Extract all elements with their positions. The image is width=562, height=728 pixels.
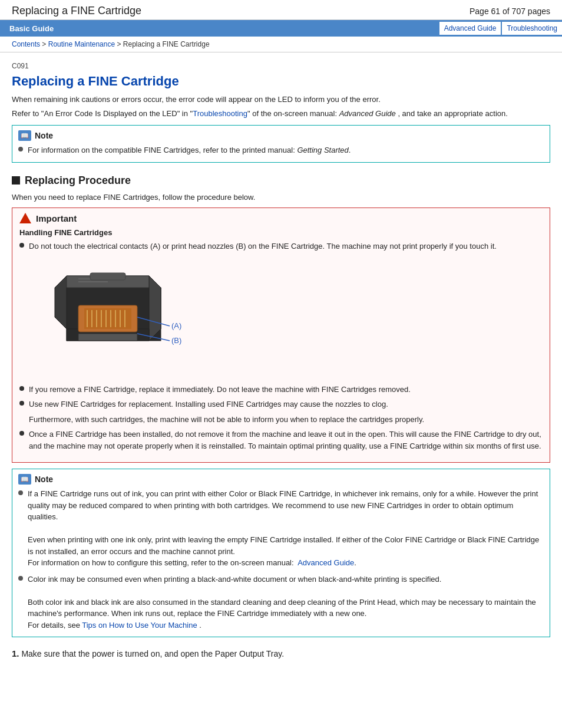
note-header-2: 📖 Note [18, 474, 544, 485]
section-heading-text: Replacing Procedure [25, 174, 131, 187]
intro-text: When remaining ink cautions or errors oc… [12, 94, 550, 106]
step-text-1: Make sure that the power is turned on, a… [21, 649, 284, 658]
note-label-2: Note [35, 475, 53, 484]
advanced-guide-link-1[interactable]: Advanced Guide [297, 558, 354, 567]
breadcrumb: Contents > Routine Maintenance > Replaci… [0, 37, 562, 52]
svg-text:(A): (A) [171, 321, 181, 330]
important-item-4: Once a FINE Cartridge has been installed… [19, 429, 543, 452]
refer-text: Refer to "An Error Code Is Displayed on … [12, 108, 550, 120]
important-text-1: Do not touch the electrical contacts (A)… [29, 241, 497, 252]
important-cont-1: Furthermore, with such cartridges, the m… [19, 414, 543, 426]
nav-links: Advanced Guide Troubleshooting [438, 20, 562, 37]
code-label: C091 [12, 62, 550, 70]
refer-text-2: " of the on-screen manual: [247, 109, 337, 118]
top-header: Replacing a FINE Cartridge Page 61 of 70… [0, 0, 562, 20]
note-icon-2: 📖 [18, 474, 31, 485]
breadcrumb-current: Replacing a FINE Cartridge [123, 40, 210, 48]
svg-rect-16 [78, 334, 137, 341]
step-1: 1. Make sure that the power is turned on… [12, 647, 550, 661]
note-box-1: 📖 Note For information on the compatible… [12, 125, 550, 163]
important-label: Important [36, 213, 77, 223]
note-getting-started: Getting Started [297, 146, 348, 154]
important-sub-heading: Handling FINE Cartridges [19, 228, 543, 237]
breadcrumb-contents[interactable]: Contents [12, 40, 40, 48]
bullet-1 [18, 147, 23, 151]
note-item-2: If a FINE Cartridge runs out of ink, you… [18, 488, 544, 569]
important-triangle-icon [19, 213, 31, 223]
note-box-2: 📖 Note If a FINE Cartridge runs out of i… [12, 469, 550, 637]
section-heading-replacing: Replacing Procedure [12, 174, 550, 187]
important-item-3: Use new FINE Cartridges for replacement.… [19, 398, 543, 410]
refer-text-4: , and take an appropriate action. [398, 109, 507, 118]
note-item-3: Color ink may be consumed even when prin… [18, 574, 544, 631]
note-item-1: For information on the compatible FINE C… [18, 144, 544, 156]
troubleshooting-link[interactable]: Troubleshooting [502, 22, 562, 35]
nav-bar: Basic Guide Advanced Guide Troubleshooti… [0, 20, 562, 37]
section-sub-text: When you need to replace FINE Cartridges… [12, 192, 550, 203]
cartridge-image: (A) (B) [31, 258, 196, 378]
important-text-2: If you remove a FINE Cartridge, replace … [29, 384, 411, 396]
refer-text-1: Refer to "An Error Code Is Displayed on … [12, 109, 193, 118]
section-square-icon [12, 176, 20, 185]
svg-rect-23 [90, 273, 125, 280]
breadcrumb-routine-maintenance[interactable]: Routine Maintenance [48, 40, 115, 48]
note-text-2: If a FINE Cartridge runs out of ink, you… [28, 488, 544, 569]
important-bullet-3 [19, 401, 24, 406]
page-title-header: Replacing a FINE Cartridge [12, 5, 141, 17]
note-icon-1: 📖 [18, 130, 31, 141]
important-text-4: Once a FINE Cartridge has been installed… [29, 429, 543, 452]
important-box: Important Handling FINE Cartridges Do no… [12, 207, 550, 463]
note-header-1: 📖 Note [18, 130, 544, 141]
important-item-1: Do not touch the electrical contacts (A)… [19, 241, 543, 252]
important-bullet-2 [19, 386, 24, 391]
main-content: C091 Replacing a FINE Cartridge When rem… [0, 52, 562, 673]
note-label-1: Note [35, 131, 53, 140]
note-bullet-3 [18, 576, 23, 581]
tips-link[interactable]: Tips on How to Use Your Machine [82, 621, 197, 630]
important-bullet-4 [19, 431, 24, 436]
important-item-2: If you remove a FINE Cartridge, replace … [19, 384, 543, 396]
step-number-1: 1. [12, 648, 19, 658]
cartridge-svg: (A) (B) [31, 258, 196, 376]
advanced-guide-link[interactable]: Advanced Guide [439, 22, 501, 35]
svg-marker-3 [149, 276, 161, 341]
note-text-3: Color ink may be consumed even when prin… [28, 574, 544, 631]
svg-text:(B): (B) [171, 336, 181, 345]
page-number: Page 61 of 707 pages [470, 6, 550, 16]
important-bullet-1 [19, 243, 24, 248]
page-title: Replacing a FINE Cartridge [12, 74, 550, 89]
basic-guide-label: Basic Guide [0, 20, 63, 37]
troubleshooting-inline-link[interactable]: Troubleshooting [193, 109, 247, 118]
refer-text-3: Advanced Guide [339, 109, 396, 118]
important-header: Important [19, 213, 543, 223]
important-text-3: Use new FINE Cartridges for replacement.… [29, 398, 388, 410]
note-bullet-2 [18, 490, 23, 495]
